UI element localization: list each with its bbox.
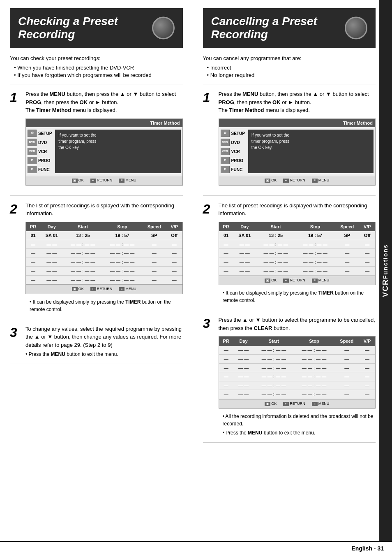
left-menu-box-1: Timer Method ⚙ SETUP DVD DVD <box>25 118 183 186</box>
left-table-footer-1: ▣ OK ↩ RETURN ≡ MENU <box>26 284 182 294</box>
r2-table-row-empty-5: —— —— — : — —— — : — ——— <box>219 381 376 390</box>
menu-footer-menu: ≡ MENU <box>119 178 136 183</box>
r-col-stop: Stop <box>295 222 335 232</box>
right-bullet-2: No longer required <box>203 72 376 78</box>
page: Checking a Preset Recording You can chec… <box>0 0 392 555</box>
r2-col-pr: PR <box>219 337 234 346</box>
r-col-day: Day <box>233 222 256 232</box>
left-step1-text1: Press the MENU button, then press the ▲ … <box>25 91 176 105</box>
r-ok-icon: ▣ <box>265 179 270 183</box>
tf-menu-icon: ≡ <box>119 287 125 291</box>
right-divider-4 <box>203 442 376 443</box>
right-title: Cancelling a Preset Recording <box>211 15 368 41</box>
menu-icon-setup: ⚙ SETUP <box>28 130 52 137</box>
dvd-icon: DVD <box>28 139 37 146</box>
right-table-data-1: PR Day Start Stop Speed V/P <box>219 222 376 276</box>
rtf2-menu-icon: ≡ <box>312 402 318 406</box>
r-table-row-empty-4: —— —— — : — —— — : — ——— <box>219 267 376 276</box>
divider-2 <box>10 195 183 196</box>
rtf-menu: ≡ MENU <box>312 278 330 283</box>
rtf2-return: ↩ RETURN <box>283 401 305 407</box>
right-step-1-content: Press the MENU button, then press the ▲ … <box>219 90 376 190</box>
right-table-footer-1: ▣ OK ↩ RETURN ≡ MENU <box>219 276 376 285</box>
left-step-1-number: 1 <box>10 91 21 104</box>
left-menu-box-1-title: Timer Method <box>26 119 182 128</box>
right-menu-icons: ⚙ SETUP DVD DVD VCR VCR <box>221 130 245 173</box>
prog-icon: P <box>28 157 37 164</box>
right-table-footer-2: ▣ OK ↩ RETURN ≡ MENU <box>219 399 376 409</box>
table-row-empty-2: —— —— — : — —— — : — ——— <box>26 249 182 258</box>
left-step3-note: • Press the MENU button to exit the menu… <box>25 351 183 358</box>
tf-menu: ≡ MENU <box>119 286 136 292</box>
left-step-1: 1 Press the MENU button, then press the … <box>10 90 183 190</box>
left-table-data-1: PR Day Start Stop Speed V/P <box>26 222 182 285</box>
right-menu-box-1: Timer Method ⚙ SETUP DVD DVD <box>219 118 376 186</box>
right-step-2: 2 The list of preset recodings is displa… <box>203 202 376 304</box>
rtf-ok: ▣ OK <box>265 278 277 283</box>
r-col-pr: PR <box>219 222 233 232</box>
left-menu-footer-1: ▣ OK ↩ RETURN ≡ MENU <box>26 176 182 185</box>
main-content: Checking a Preset Recording You can chec… <box>0 0 392 541</box>
left-menu-icons: ⚙ SETUP DVD DVD VCR VCR <box>28 130 52 173</box>
right-step-2-number: 2 <box>203 202 214 216</box>
right-step3-text: Press the ▲ or ▼ button to select the pr… <box>219 317 375 331</box>
right-step-3-content: Press the ▲ or ▼ button to select the pr… <box>219 316 376 437</box>
right-table-data-2: PR Day Start Stop Speed V/P <box>219 337 376 399</box>
right-step3-note1: • All the recording information is delet… <box>219 413 376 427</box>
r-col-start: Start <box>256 222 295 232</box>
right-step1-subtext: The Timer Method menu is displayed. <box>219 107 310 113</box>
left-step2-note: • It can be displayed simply by pressing… <box>25 298 183 313</box>
vcr-icon: VCR <box>28 148 37 155</box>
left-header-icon <box>152 17 175 39</box>
right-step-1-number: 1 <box>203 91 214 104</box>
left-title: Checking a Preset Recording <box>18 15 175 41</box>
r-menu-icon-vcr: VCR VCR <box>221 148 245 155</box>
rtf-return-icon: ↩ <box>283 279 289 283</box>
menu-footer-return: ↩ RETURN <box>90 178 113 183</box>
right-step2-note: • It can be displayed simply by pressing… <box>219 289 376 304</box>
right-header-icon <box>345 17 367 39</box>
setup-icon: ⚙ <box>28 130 37 137</box>
r-table-row-empty-1: —— —— — : — —— — : — ——— <box>219 240 376 249</box>
rtf-ok-icon: ▣ <box>265 279 270 283</box>
r-menu-icon-func: F FUNC <box>221 166 245 173</box>
tf-return: ↩ RETURN <box>90 286 113 292</box>
left-step-2: 2 The list of preset recodings is displa… <box>10 202 183 313</box>
table-row-empty-5: —— —— — : — —— — : — ——— <box>26 275 182 284</box>
functions-label: Functions <box>382 244 389 279</box>
menu-icon-func: F FUNC <box>28 166 52 173</box>
r2-col-day: Day <box>233 337 254 346</box>
left-table-1: PR Day Start Stop Speed V/P <box>25 222 183 294</box>
rtf2-ok: ▣ OK <box>265 401 277 407</box>
left-bullets: When you have finished presetting the DV… <box>10 65 183 78</box>
right-table-2: PR Day Start Stop Speed V/P <box>219 336 376 409</box>
menu-footer-ok: ▣ OK <box>72 178 84 183</box>
r-col-speed: Speed <box>335 222 360 232</box>
col-start: Start <box>63 222 103 232</box>
right-column: Cancelling a Preset Recording You can ca… <box>193 0 379 541</box>
r-table-row-empty-2: —— —— — : — —— — : — ——— <box>219 249 376 258</box>
col-stop: Stop <box>103 222 142 232</box>
left-menu-box-1-body: ⚙ SETUP DVD DVD VCR VCR <box>26 127 182 176</box>
right-bullet-1: Incorrect <box>203 65 376 71</box>
ok-icon: ▣ <box>72 179 78 183</box>
right-step3-note2: • Press the MENU button to exit the menu… <box>219 429 376 437</box>
col-day: Day <box>40 222 63 232</box>
r2-col-start: Start <box>254 337 294 346</box>
left-bullet-2: If you have forgotten which programmes w… <box>10 72 183 78</box>
left-step-2-number: 2 <box>10 202 21 216</box>
r2-col-stop: Stop <box>294 337 334 346</box>
vcr-label: VCR <box>381 279 390 297</box>
r2-table-row-empty-2: —— —— — : — —— — : — ——— <box>219 355 376 364</box>
col-vp: V/P <box>166 222 182 232</box>
left-step-2-content: The list of preset recodings is displaye… <box>25 202 183 313</box>
r2-table-row-empty-1: —— —— — : — —— — : — ——— <box>219 346 376 355</box>
left-section-header: Checking a Preset Recording <box>10 8 183 48</box>
right-divider-1 <box>203 84 376 84</box>
func-icon: F <box>28 166 37 173</box>
table-row-empty-4: —— —— — : — —— — : — ——— <box>26 267 182 276</box>
r-dvd-icon: DVD <box>221 139 230 146</box>
r2-table-row-empty-4: —— —— — : — —— — : — ——— <box>219 372 376 381</box>
r-vcr-icon: VCR <box>221 148 230 155</box>
right-bullets: Incorrect No longer required <box>203 65 376 78</box>
